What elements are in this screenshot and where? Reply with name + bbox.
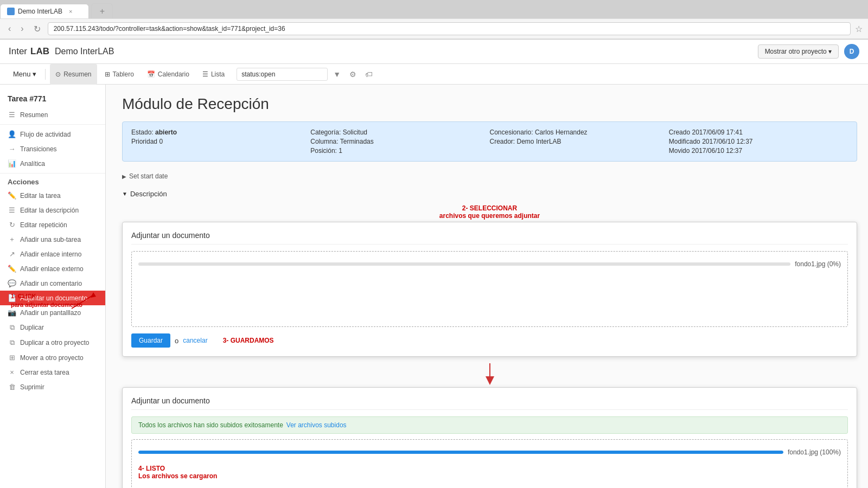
dialog2-file-item: fondo1.jpg (100%) bbox=[138, 446, 841, 458]
dialog1: Adjuntar un documento fondo1.jpg (0%) Gu… bbox=[122, 222, 857, 357]
progress-bar-2 bbox=[138, 451, 783, 454]
sidebar-enlace-interno[interactable]: ↗ Añadir enlace interno bbox=[0, 247, 105, 261]
down-arrow-svg bbox=[482, 363, 498, 385]
cancel-link-1[interactable]: cancelar bbox=[183, 337, 207, 344]
status-filter-input[interactable] bbox=[237, 68, 328, 81]
nav-calendario[interactable]: 📅 Calendario bbox=[142, 64, 195, 85]
concesionario-val: Concesionario: Carlos Hernandez bbox=[490, 129, 669, 136]
filter-icon[interactable]: ▼ bbox=[330, 68, 344, 81]
nav-bar: Menu ▾ ⊙ Resumen ⊞ Tablero 📅 Calendario … bbox=[0, 64, 868, 85]
info-estado: Estado: abierto Prioridad 0 bbox=[131, 129, 310, 155]
posicion-val: Posición: 1 bbox=[310, 147, 489, 155]
eye-icon: ⊙ bbox=[55, 70, 61, 78]
creado-val: Creado 2017/06/09 17:41 bbox=[669, 129, 848, 136]
sidebar-analitica[interactable]: 📊 Analítica bbox=[0, 156, 105, 171]
dialog1-container: 2- SELECCIONAR archivos que queremos adj… bbox=[122, 204, 857, 357]
progress-bar-container-2 bbox=[138, 451, 783, 454]
tab-label: Demo InterLAB bbox=[18, 8, 62, 15]
info-card: Estado: abierto Prioridad 0 Categoría: S… bbox=[122, 121, 857, 162]
nav-resumen[interactable]: ⊙ Resumen bbox=[50, 64, 97, 85]
sidebar-pantalllazo-label: Añadir un pantalllazo bbox=[20, 309, 81, 317]
nav-resumen-label: Resumen bbox=[63, 70, 91, 78]
estado-label: Estado: abierto bbox=[131, 129, 310, 136]
tags-icon[interactable]: 🏷 bbox=[362, 68, 376, 81]
menu-btn[interactable]: Menu ▾ bbox=[9, 68, 41, 80]
browser-tabs: Demo InterLAB × + bbox=[0, 0, 868, 18]
sidebar-cerrar-label: Cerrar esta tarea bbox=[20, 369, 69, 376]
file-name-2: fondo1.jpg (100%) bbox=[788, 448, 841, 456]
sidebar-resumen[interactable]: ☰ Resumen bbox=[0, 107, 105, 122]
prioridad-label: Prioridad 0 bbox=[131, 138, 310, 145]
step3-annotation: 3- GUARDAMOS bbox=[223, 337, 274, 344]
new-tab-btn[interactable]: + bbox=[91, 3, 113, 18]
browser-toolbar: ‹ › ↻ ☆ bbox=[0, 18, 868, 39]
browser-tab-active[interactable]: Demo InterLAB × bbox=[0, 4, 89, 18]
sidebar-enlace-externo[interactable]: ✏️ Añadir enlace externo bbox=[0, 261, 105, 276]
show-project-btn[interactable]: Mostrar otro proyecto ▾ bbox=[758, 44, 839, 59]
sidebar-enlace-interno-label: Añadir enlace interno bbox=[20, 251, 81, 258]
sidebar-flujo[interactable]: 👤 Flujo de actividad bbox=[0, 127, 105, 142]
modificado-val: Modificado 2017/06/10 12:37 bbox=[669, 138, 848, 145]
nav-tablero-label: Tablero bbox=[113, 70, 134, 78]
back-btn[interactable]: ‹ bbox=[5, 23, 14, 35]
svg-marker-3 bbox=[486, 376, 494, 385]
tab-close-btn[interactable]: × bbox=[69, 8, 72, 15]
sidebar-transiciones[interactable]: → Transiciones bbox=[0, 142, 105, 156]
main-layout: Tarea #771 ☰ Resumen 👤 Flujo de activida… bbox=[0, 85, 868, 488]
save-btn-1[interactable]: Guardar bbox=[131, 333, 170, 348]
header-actions: Mostrar otro proyecto ▾ D bbox=[758, 44, 859, 59]
refresh-btn[interactable]: ↻ bbox=[31, 23, 43, 35]
sidebar-duplicar-label: Duplicar bbox=[20, 324, 44, 331]
dialog1-upload-area[interactable]: fondo1.jpg (0%) bbox=[131, 251, 848, 327]
duplicar-otro-icon: ⧉ bbox=[8, 338, 16, 347]
sidebar-duplicar-otro[interactable]: ⧉ Duplicar a otro proyecto bbox=[0, 335, 105, 350]
sidebar-enlace-externo-label: Añadir enlace externo bbox=[20, 265, 84, 273]
user-avatar: D bbox=[844, 44, 859, 59]
browser-chrome: Demo InterLAB × + ‹ › ↻ ☆ bbox=[0, 0, 868, 40]
forward-btn[interactable]: › bbox=[18, 23, 26, 35]
address-bar[interactable] bbox=[48, 22, 851, 35]
categoria-val: Categoría: Solicitud bbox=[310, 129, 489, 136]
sidebar-mover[interactable]: ⊞ Mover a otro proyecto bbox=[0, 350, 105, 365]
nav-lista-label: Lista bbox=[211, 70, 225, 78]
sidebar-comentario[interactable]: 💬 Añadir un comentario bbox=[0, 276, 105, 291]
progress-bar-container-1 bbox=[138, 262, 790, 266]
bookmark-icon[interactable]: ☆ bbox=[855, 24, 863, 34]
file-name-1: fondo1.jpg (0%) bbox=[795, 260, 841, 268]
enlace-int-icon: ↗ bbox=[8, 250, 16, 258]
calendar-icon: 📅 bbox=[147, 70, 155, 78]
sidebar-adjuntar[interactable]: 📄 Adjuntar un documento bbox=[0, 291, 105, 305]
sidebar-cerrar[interactable]: × Cerrar esta tarea bbox=[0, 365, 105, 380]
success-msg: Todos los archivos han sido subidos exit… bbox=[138, 421, 283, 429]
descripcion-header[interactable]: ▼ Descripción bbox=[122, 188, 857, 200]
step2-annotation: 2- SELECCIONAR archivos que queremos adj… bbox=[122, 204, 857, 220]
sidebar-acciones-title: Acciones bbox=[0, 176, 105, 188]
sidebar-add-subtarea[interactable]: + Añadir una sub-tarea bbox=[0, 232, 105, 247]
sidebar-task-label: Tarea #771 bbox=[0, 90, 105, 107]
sidebar-editar-tarea[interactable]: ✏️ Editar la tarea bbox=[0, 188, 105, 203]
sidebar-duplicar[interactable]: ⧉ Duplicar bbox=[0, 320, 105, 335]
sidebar-editar-repeticion[interactable]: ↻ Editar repetición bbox=[0, 217, 105, 232]
success-link[interactable]: Ver archivos subidos bbox=[286, 421, 347, 429]
movido-val: Movido 2017/06/10 12:37 bbox=[669, 147, 848, 155]
suprimir-icon: 🗑 bbox=[8, 383, 16, 391]
mover-icon: ⊞ bbox=[8, 354, 16, 362]
sidebar-pantalllazo[interactable]: 📷 Añadir un pantalllazo bbox=[0, 305, 105, 320]
sidebar-suprimir[interactable]: 🗑 Suprimir bbox=[0, 380, 105, 394]
cerrar-icon: × bbox=[8, 368, 16, 376]
info-dates: Creado 2017/06/09 17:41 Modificado 2017/… bbox=[669, 129, 848, 155]
nav-lista[interactable]: ☰ Lista bbox=[197, 64, 230, 85]
brand-app-name: Demo InterLAB bbox=[55, 47, 114, 56]
dialog1-title: Adjuntar un documento bbox=[131, 231, 848, 245]
descripcion-label: Descripción bbox=[130, 190, 167, 198]
sidebar-suprimir-label: Suprimir bbox=[20, 383, 44, 391]
pantalllazo-icon: 📷 bbox=[8, 309, 16, 317]
list-icon: ☰ bbox=[202, 70, 208, 78]
flujo-icon: 👤 bbox=[8, 130, 16, 138]
nav-divider bbox=[45, 69, 46, 80]
sidebar-editar-descripcion[interactable]: ☰ Editar la descripción bbox=[0, 203, 105, 217]
set-start-date-btn[interactable]: Set start date bbox=[122, 170, 168, 182]
nav-tablero[interactable]: ⊞ Tablero bbox=[99, 64, 139, 85]
settings-icon[interactable]: ⚙ bbox=[346, 68, 360, 81]
dialog2: Adjuntar un documento Todos los archivos… bbox=[122, 387, 857, 488]
